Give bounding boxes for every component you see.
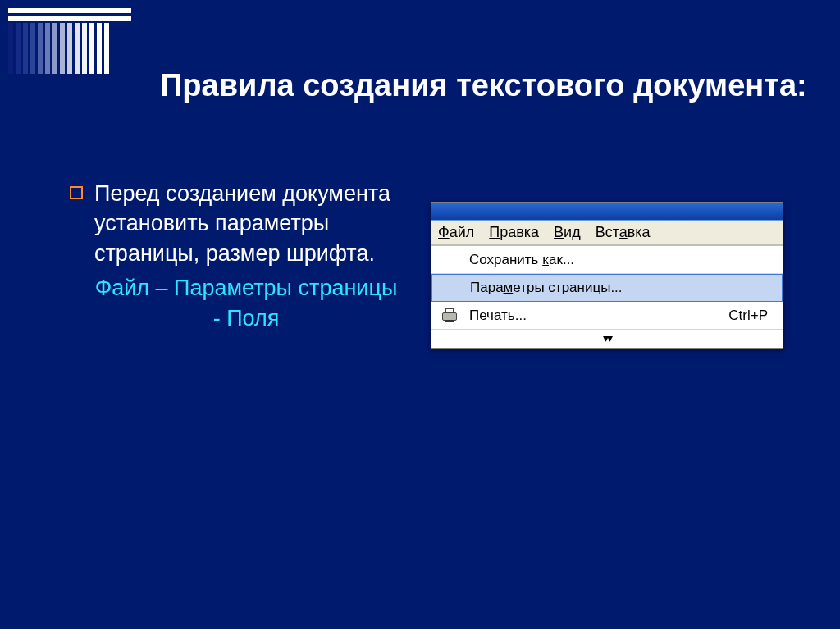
menu-edit[interactable]: Правка	[489, 224, 539, 241]
printer-icon	[441, 308, 459, 323]
menu-view[interactable]: Вид	[554, 224, 581, 241]
slide-title: Правила создания текстового документа:	[160, 67, 807, 105]
dropdown-page-setup[interactable]: Параметры страницы...	[431, 274, 783, 302]
dropdown-save-as[interactable]: Сохранить как...	[431, 246, 783, 274]
menu-file[interactable]: Файл	[438, 224, 474, 241]
bullet-icon	[70, 186, 83, 199]
word-titlebar	[431, 203, 783, 221]
slide-decoration	[8, 8, 131, 74]
body-text-column: Перед созданием документа установить пар…	[70, 179, 398, 349]
word-menubar: Файл Правка Вид Вставка	[431, 221, 783, 245]
dropdown-print[interactable]: Печать... Ctrl+P	[431, 302, 783, 330]
dropdown-expand-icon[interactable]: ▾▾	[431, 330, 783, 348]
print-shortcut: Ctrl+P	[728, 308, 774, 324]
body-path-text: Файл – Параметры страницы - Поля	[94, 273, 398, 333]
menu-insert[interactable]: Вставка	[596, 224, 651, 241]
body-main-text: Перед созданием документа установить пар…	[94, 179, 398, 268]
word-dropdown-screenshot: Файл Правка Вид Вставка Сохранить как...…	[431, 202, 783, 349]
file-dropdown: Сохранить как... Параметры страницы... П	[431, 245, 783, 348]
